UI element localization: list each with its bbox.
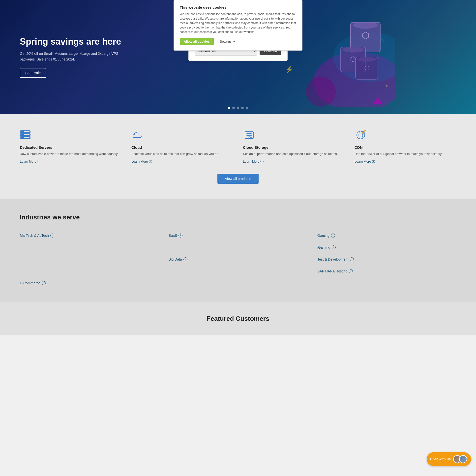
svg-point-28	[248, 137, 250, 139]
cdn-learn-more[interactable]: Learn More ⓘ	[355, 159, 456, 164]
hero-description: Get 20% off on Small, Medium, Large, xLa…	[20, 51, 124, 62]
product-card-cdn: CDN Use the power of our global network …	[355, 129, 456, 164]
svg-rect-27	[245, 132, 253, 139]
product-card-cloud: Cloud Scalable virtualized solutions tha…	[131, 129, 233, 164]
cloud-storage-learn-more[interactable]: Learn More ⓘ	[243, 159, 345, 164]
cookie-title: This website uses cookies	[180, 5, 296, 9]
svg-text:⬡: ⬡	[380, 39, 384, 43]
info-icon-gaming: i	[331, 234, 335, 238]
industry-saas[interactable]: SaaS i	[169, 231, 307, 240]
info-icon-sap-hana: i	[349, 269, 353, 273]
server-icon	[20, 129, 121, 141]
product-card-dedicated-servers: Dedicated Servers Raw customizable power…	[20, 129, 121, 164]
cookie-description: We use cookies to personalise content an…	[180, 12, 296, 34]
cookie-settings-button[interactable]: Settings ▼	[217, 38, 239, 45]
svg-point-22	[29, 134, 30, 135]
svg-point-9	[357, 57, 376, 62]
carousel-dot-3[interactable]	[237, 107, 239, 109]
carousel-dots	[228, 107, 248, 109]
svg-rect-26	[21, 137, 24, 138]
industry-ecommerce[interactable]: E-Commerce i	[20, 279, 159, 288]
hero-content: Spring savings are here Get 20% off on S…	[20, 36, 124, 78]
svg-text:⬡: ⬡	[350, 55, 356, 63]
carousel-dot-2[interactable]	[232, 107, 235, 109]
industries-title: Industries we serve	[20, 213, 456, 221]
industry-sap-hana[interactable]: SAP HANA Hosting i	[317, 267, 456, 276]
industry-test-dev[interactable]: Test & Development i	[317, 255, 456, 264]
arrow-right-icon-3: ⓘ	[260, 159, 264, 164]
industry-igaming[interactable]: iGaming i	[317, 243, 456, 252]
storage-icon	[243, 129, 345, 141]
info-icon-martech: i	[50, 234, 54, 238]
cdn-desc: Use the power of our global network to m…	[355, 151, 456, 156]
arrow-right-icon-4: ⓘ	[372, 159, 375, 164]
svg-point-14	[306, 77, 336, 107]
svg-text:◆: ◆	[385, 84, 388, 88]
industries-section: Industries we serve MarTech & AdTech i S…	[0, 199, 476, 302]
svg-point-19	[29, 131, 30, 132]
cloud-storage-desc: Scalable, performance and cost optimized…	[243, 151, 345, 156]
industries-grid: MarTech & AdTech i SaaS i Gaming i iGami…	[20, 231, 456, 288]
svg-point-25	[29, 137, 30, 138]
allow-cookies-button[interactable]: Allow all cookies	[180, 38, 214, 45]
industry-big-data[interactable]: Big Data i	[169, 255, 307, 264]
cdn-title: CDN	[355, 145, 456, 149]
chevron-down-icon: ▼	[233, 40, 236, 43]
svg-point-3	[353, 22, 378, 29]
info-icon-igaming: i	[332, 245, 336, 249]
dedicated-servers-desc: Raw customizable power to make the most …	[20, 151, 121, 156]
cloud-desc: Scalable virtualized solutions that can …	[131, 151, 233, 156]
info-icon-test-dev: i	[350, 257, 354, 261]
info-icon-big-data: i	[183, 257, 187, 261]
svg-point-37	[364, 130, 366, 131]
svg-point-6	[343, 47, 363, 53]
dedicated-servers-title: Dedicated Servers	[20, 145, 121, 149]
industry-martech[interactable]: MarTech & AdTech i	[20, 231, 159, 240]
svg-text:⬡: ⬡	[364, 64, 369, 71]
shop-sale-button[interactable]: Shop sale	[20, 68, 46, 78]
cookie-actions: Allow all cookies Settings ▼	[180, 38, 296, 45]
industry-gaming[interactable]: Gaming i	[317, 231, 456, 240]
cdn-icon	[355, 129, 456, 141]
svg-rect-20	[21, 131, 24, 132]
info-icon-ecommerce: i	[42, 281, 46, 285]
featured-section: Featured Customers	[0, 302, 476, 335]
carousel-dot-5[interactable]	[246, 107, 248, 109]
dedicated-servers-learn-more[interactable]: Learn More ⓘ	[20, 159, 121, 164]
cloud-storage-title: Cloud Storage	[243, 145, 345, 149]
arrow-right-icon: ⓘ	[37, 159, 40, 164]
svg-text:⚡: ⚡	[285, 65, 294, 74]
svg-rect-23	[21, 134, 24, 135]
featured-title: Featured Customers	[20, 315, 456, 323]
cloud-title: Cloud	[131, 145, 233, 149]
svg-text:⬡: ⬡	[362, 30, 369, 40]
cloud-learn-more[interactable]: Learn More ⓘ	[131, 159, 233, 164]
info-icon-saas: i	[178, 234, 182, 238]
view-all-products-button[interactable]: View all products	[217, 174, 259, 184]
products-grid: Dedicated Servers Raw customizable power…	[20, 129, 456, 164]
arrow-right-icon-2: ⓘ	[149, 159, 152, 164]
products-section: Dedicated Servers Raw customizable power…	[0, 114, 476, 199]
cloud-icon	[131, 129, 233, 141]
cookie-banner: This website uses cookies We use cookies…	[174, 0, 302, 51]
carousel-dot-1[interactable]	[228, 107, 230, 109]
product-card-cloud-storage: Cloud Storage Scalable, performance and …	[243, 129, 345, 164]
hero-title: Spring savings are here	[20, 36, 124, 47]
carousel-dot-4[interactable]	[241, 107, 244, 109]
